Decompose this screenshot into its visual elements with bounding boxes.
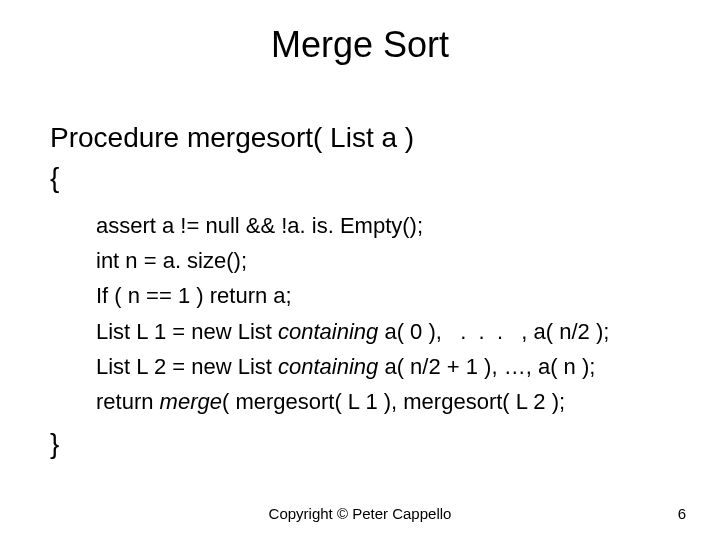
- code-text: a( 0 ), . . . , a( n/2 );: [378, 319, 609, 344]
- brace-open: {: [50, 162, 59, 194]
- code-text: a( n/2 + 1 ), …, a( n );: [378, 354, 595, 379]
- code-line: return merge( mergesort( L 1 ), mergesor…: [96, 384, 609, 419]
- code-body: assert a != null && !a. is. Empty(); int…: [96, 208, 609, 419]
- code-text: return: [96, 389, 160, 414]
- slide-title: Merge Sort: [0, 24, 720, 66]
- procedure-signature: Procedure mergesort( List a ): [50, 122, 414, 154]
- copyright-text: Copyright © Peter Cappello: [0, 505, 720, 522]
- code-line: List L 2 = new List containing a( n/2 + …: [96, 349, 609, 384]
- page-number: 6: [678, 505, 686, 522]
- code-italic: merge: [160, 389, 222, 414]
- code-text: List L 1 = new List: [96, 319, 278, 344]
- code-line: int n = a. size();: [96, 243, 609, 278]
- code-text: ( mergesort( L 1 ), mergesort( L 2 );: [222, 389, 565, 414]
- code-text: List L 2 = new List: [96, 354, 278, 379]
- brace-close: }: [50, 428, 59, 460]
- code-italic: containing: [278, 319, 378, 344]
- code-line: If ( n == 1 ) return a;: [96, 278, 609, 313]
- code-line: assert a != null && !a. is. Empty();: [96, 208, 609, 243]
- slide: Merge Sort Procedure mergesort( List a )…: [0, 0, 720, 540]
- code-line: List L 1 = new List containing a( 0 ), .…: [96, 314, 609, 349]
- code-italic: containing: [278, 354, 378, 379]
